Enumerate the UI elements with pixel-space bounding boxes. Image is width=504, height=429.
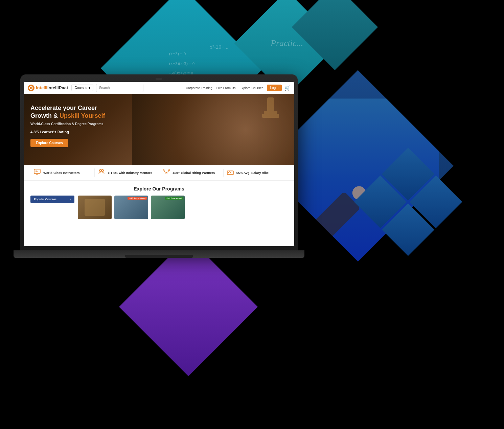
ugc-badge: UGC Recognised [128, 197, 147, 200]
courses-dropdown-btn[interactable]: Courses ▾ [71, 85, 93, 91]
laptop: i IntelliIntelliPaat Courses ▾ Corporate [20, 74, 298, 271]
cart-icon[interactable]: 🛒 [284, 85, 290, 91]
partners-icon [163, 169, 170, 177]
nav-links: Corporate Training Hire From Us Explore … [186, 86, 263, 90]
explore-content: Popular Courses › [30, 196, 288, 219]
svg-point-8 [101, 170, 104, 172]
instructors-icon [34, 168, 41, 177]
stat-partners: 400+ Global Hiring Partners [159, 169, 224, 177]
mentors-icon [98, 168, 105, 177]
stat-partners-text: 400+ Global Hiring Partners [173, 171, 215, 175]
svg-point-11 [166, 173, 167, 174]
stat-instructors-text: World-Class Instructors [43, 171, 80, 175]
job-guarantee-badge: Job Guaranteed [165, 197, 183, 200]
laptop-notch [156, 78, 162, 80]
person-body [315, 191, 361, 236]
laptop-base [14, 250, 304, 258]
hero-title: Accelerate your Career Growth & Upskill … [30, 104, 288, 120]
explore-sidebar: Popular Courses › [30, 196, 74, 219]
stat-salary-text: 55% Avg. Salary Hike [236, 171, 269, 175]
website-content: i IntelliIntelliPaat Courses ▾ Corporate [24, 82, 294, 246]
navbar: i IntelliIntelliPaat Courses ▾ Corporate [24, 82, 294, 94]
stat-salary: 55% Avg. Salary Hike [224, 169, 288, 177]
explore-title: Explore Our Programs [30, 186, 288, 191]
explore-courses-btn[interactable]: Explore Courses [30, 139, 68, 147]
stat-mentors: 1:1 1:1 with Industry Mentors [95, 168, 159, 177]
nav-hire-from-us[interactable]: Hire From Us [216, 86, 235, 90]
explore-section: Explore Our Programs Popular Courses › [24, 181, 294, 225]
salary-icon [227, 169, 234, 177]
svg-point-7 [99, 170, 101, 172]
hero-rating: 4.8/5 Learner's Rating [30, 130, 288, 134]
practice-text: Practic... [271, 38, 303, 48]
popular-courses-item[interactable]: Popular Courses › [30, 196, 74, 203]
hero-subtitle: World-Class Certification & Degree Progr… [30, 122, 288, 126]
login-button[interactable]: Login [267, 85, 282, 91]
course-cards: UGC Recognised Job Guaranteed [78, 196, 288, 219]
course-card-1[interactable] [78, 196, 112, 219]
nav-corporate-training[interactable]: Corporate Training [186, 86, 212, 90]
hero-section: Accelerate your Career Growth & Upskill … [24, 94, 294, 165]
stat-instructors: World-Class Instructors [30, 168, 95, 177]
stat-mentors-text: 1:1 1:1 with Industry Mentors [108, 171, 152, 175]
svg-text:i: i [31, 87, 31, 89]
laptop-body: i IntelliIntelliPaat Courses ▾ Corporate [20, 74, 298, 250]
nav-explore-courses[interactable]: Explore Courses [239, 86, 263, 90]
nav-logo: i IntelliIntelliPaat [28, 85, 68, 91]
logo-icon: i [28, 85, 35, 91]
search-input[interactable] [96, 84, 143, 92]
hero-content: Accelerate your Career Growth & Upskill … [30, 104, 288, 147]
stats-bar: World-Class Instructors 1:1 1:1 with Ind… [24, 165, 294, 181]
course-card-2[interactable]: UGC Recognised [114, 196, 148, 219]
course-card-3[interactable]: Job Guaranteed [151, 196, 185, 219]
logo-text: IntelliIntelliPaat [36, 85, 68, 90]
laptop-screen: i IntelliIntelliPaat Courses ▾ Corporate [24, 82, 294, 246]
